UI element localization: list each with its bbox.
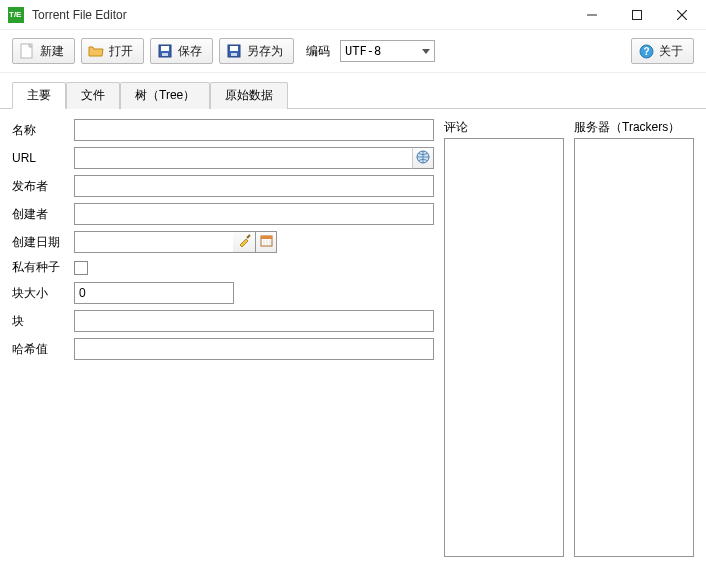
piecesize-input[interactable] — [74, 282, 234, 304]
new-button[interactable]: 新建 — [12, 38, 75, 64]
pieces-label: 块 — [12, 313, 74, 330]
encoding-value: UTF-8 — [345, 44, 381, 58]
floppy-save-icon — [157, 43, 173, 59]
saveas-button-label: 另存为 — [247, 43, 283, 60]
created-input[interactable] — [74, 231, 233, 253]
about-button[interactable]: ? 关于 — [631, 38, 694, 64]
name-label: 名称 — [12, 122, 74, 139]
svg-rect-7 — [162, 53, 168, 56]
publisher-label: 发布者 — [12, 178, 74, 195]
toolbar: 新建 打开 保存 另存为 编码 UTF-8 ? 关于 — [0, 30, 706, 73]
hash-label: 哈希值 — [12, 341, 74, 358]
form-column: 名称 URL 发布者 创建者 创建日期 — [12, 119, 444, 557]
encoding-label: 编码 — [306, 43, 330, 60]
trackers-label: 服务器（Trackers） — [574, 119, 694, 136]
window-controls — [569, 1, 704, 29]
svg-text:?: ? — [643, 46, 649, 57]
save-button-label: 保存 — [178, 43, 202, 60]
svg-line-14 — [247, 235, 250, 238]
calendar-icon — [260, 234, 273, 250]
date-picker-button[interactable] — [255, 231, 277, 253]
creator-label: 创建者 — [12, 206, 74, 223]
main-content: 名称 URL 发布者 创建者 创建日期 — [0, 109, 706, 564]
trackers-box: 服务器（Trackers） — [574, 119, 694, 557]
help-icon: ? — [638, 43, 654, 59]
about-button-label: 关于 — [659, 43, 683, 60]
url-browse-button[interactable] — [412, 147, 434, 169]
private-label: 私有种子 — [12, 259, 74, 276]
pieces-input[interactable] — [74, 310, 434, 332]
chevron-down-icon — [422, 49, 430, 54]
encoding-select[interactable]: UTF-8 — [340, 40, 435, 62]
folder-open-icon — [88, 43, 104, 59]
name-input[interactable] — [74, 119, 434, 141]
close-button[interactable] — [659, 1, 704, 29]
broom-icon — [237, 234, 251, 251]
tab-tree[interactable]: 树（Tree） — [120, 82, 210, 109]
piecesize-label: 块大小 — [12, 285, 74, 302]
saveas-button[interactable]: 另存为 — [219, 38, 294, 64]
floppy-saveas-icon — [226, 43, 242, 59]
svg-rect-10 — [231, 53, 237, 56]
app-icon — [8, 7, 24, 23]
trackers-list[interactable] — [574, 138, 694, 557]
comments-box: 评论 — [444, 119, 564, 557]
tab-raw[interactable]: 原始数据 — [210, 82, 288, 109]
url-input[interactable] — [74, 147, 412, 169]
svg-rect-16 — [261, 236, 272, 239]
comments-label: 评论 — [444, 119, 564, 136]
tab-main[interactable]: 主要 — [12, 82, 66, 109]
url-label: URL — [12, 151, 74, 165]
globe-icon — [416, 150, 430, 167]
tab-files[interactable]: 文件 — [66, 82, 120, 109]
tabs: 主要 文件 树（Tree） 原始数据 — [0, 73, 706, 109]
new-button-label: 新建 — [40, 43, 64, 60]
hash-input[interactable] — [74, 338, 434, 360]
open-button[interactable]: 打开 — [81, 38, 144, 64]
window-title: Torrent File Editor — [32, 8, 569, 22]
created-label: 创建日期 — [12, 234, 74, 251]
svg-rect-9 — [230, 46, 238, 51]
maximize-button[interactable] — [614, 1, 659, 29]
minimize-button[interactable] — [569, 1, 614, 29]
creator-input[interactable] — [74, 203, 434, 225]
svg-rect-6 — [161, 46, 169, 51]
open-button-label: 打开 — [109, 43, 133, 60]
file-new-icon — [19, 43, 35, 59]
private-checkbox[interactable] — [74, 261, 88, 275]
comments-list[interactable] — [444, 138, 564, 557]
date-clear-button[interactable] — [233, 231, 255, 253]
svg-rect-1 — [632, 10, 641, 19]
titlebar: Torrent File Editor — [0, 0, 706, 30]
save-button[interactable]: 保存 — [150, 38, 213, 64]
publisher-input[interactable] — [74, 175, 434, 197]
side-column: 评论 服务器（Trackers） — [444, 119, 694, 557]
